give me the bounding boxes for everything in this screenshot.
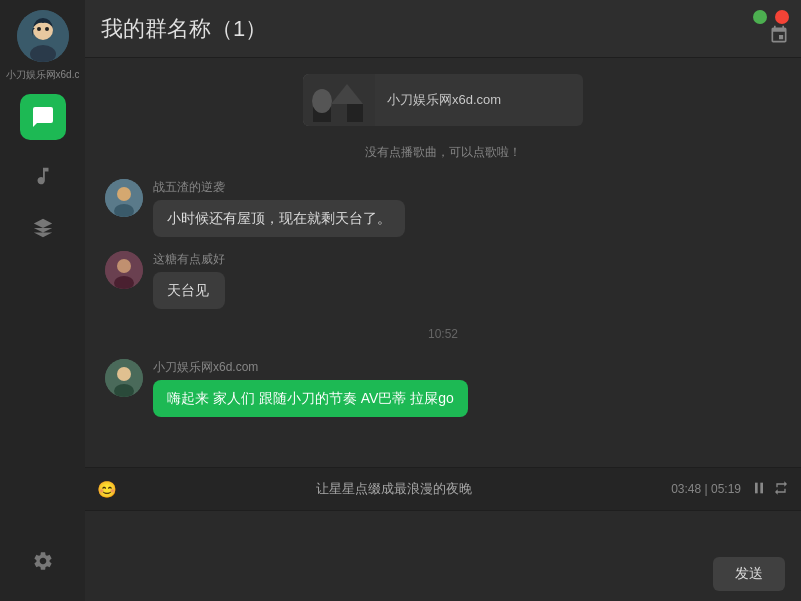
song-text: 让星星点缀成最浪漫的夜晚 xyxy=(127,480,661,498)
media-title: 小刀娱乐网x6d.com xyxy=(375,91,513,109)
svg-point-14 xyxy=(117,259,131,273)
message-row: 小刀娱乐网x6d.com 嗨起来 家人们 跟随小刀的节奏 AV巴蒂 拉屎go xyxy=(105,359,781,417)
music-time: 03:48 | 05:19 xyxy=(671,482,741,496)
message-bubble: 小时候还有屋顶，现在就剩天台了。 xyxy=(153,200,405,237)
window-controls xyxy=(753,10,789,24)
svg-point-17 xyxy=(117,367,131,381)
svg-rect-20 xyxy=(760,482,763,493)
message-avatar xyxy=(105,359,143,397)
input-area: 发送 xyxy=(85,511,801,601)
message-avatar xyxy=(105,179,143,217)
sidebar: 小刀娱乐网x6d.c xyxy=(0,0,85,601)
svg-point-4 xyxy=(45,27,49,31)
music-icon-2[interactable] xyxy=(773,480,789,499)
message-body: 这糖有点威好 天台见 xyxy=(153,251,225,309)
music-icon-1[interactable] xyxy=(751,480,767,499)
media-message: 小刀娱乐网x6d.com xyxy=(105,74,781,126)
message-bubble: 天台见 xyxy=(153,272,225,309)
chat-button[interactable] xyxy=(20,94,66,140)
header-actions xyxy=(769,25,789,49)
no-song-tip: 没有点播歌曲，可以点歌啦！ xyxy=(105,140,781,165)
svg-rect-9 xyxy=(347,104,363,122)
message-avatar xyxy=(105,251,143,289)
chat-header: 我的群名称（1） xyxy=(85,0,801,58)
emoji-button[interactable]: 😊 xyxy=(97,480,117,499)
layers-button[interactable] xyxy=(23,208,63,248)
music-button[interactable] xyxy=(23,156,63,196)
message-body: 小刀娱乐网x6d.com 嗨起来 家人们 跟随小刀的节奏 AV巴蒂 拉屎go xyxy=(153,359,468,417)
send-button[interactable]: 发送 xyxy=(713,557,785,591)
main-panel: 我的群名称（1） xyxy=(85,0,801,601)
media-thumbnail xyxy=(303,74,375,126)
input-bottom: 发送 xyxy=(101,557,785,591)
media-card: 小刀娱乐网x6d.com xyxy=(303,74,583,126)
message-row: 战五渣的逆袭 小时候还有屋顶，现在就剩天台了。 xyxy=(105,179,781,237)
music-controls xyxy=(751,480,789,499)
timestamp: 10:52 xyxy=(105,323,781,345)
message-body: 战五渣的逆袭 小时候还有屋顶，现在就剩天台了。 xyxy=(153,179,405,237)
chat-messages: 小刀娱乐网x6d.com 没有点播歌曲，可以点歌啦！ 战五渣的逆袭 小时候还有屋… xyxy=(85,58,801,467)
message-row: 这糖有点威好 天台见 xyxy=(105,251,781,309)
music-bar: 😊 让星星点缀成最浪漫的夜晚 03:48 | 05:19 xyxy=(85,467,801,511)
message-sender: 战五渣的逆袭 xyxy=(153,179,405,196)
svg-point-3 xyxy=(37,27,41,31)
close-button[interactable] xyxy=(775,10,789,24)
avatar xyxy=(17,10,69,62)
chat-title: 我的群名称（1） xyxy=(101,14,267,44)
message-sender: 这糖有点威好 xyxy=(153,251,225,268)
group-info-icon[interactable] xyxy=(769,25,789,49)
svg-point-7 xyxy=(312,89,332,113)
svg-rect-19 xyxy=(755,482,758,493)
sidebar-username: 小刀娱乐网x6d.c xyxy=(6,68,80,82)
minimize-button[interactable] xyxy=(753,10,767,24)
message-sender: 小刀娱乐网x6d.com xyxy=(153,359,468,376)
message-input[interactable] xyxy=(101,521,785,557)
message-bubble-highlight: 嗨起来 家人们 跟随小刀的节奏 AV巴蒂 拉屎go xyxy=(153,380,468,417)
svg-point-11 xyxy=(117,187,131,201)
settings-button[interactable] xyxy=(23,541,63,581)
